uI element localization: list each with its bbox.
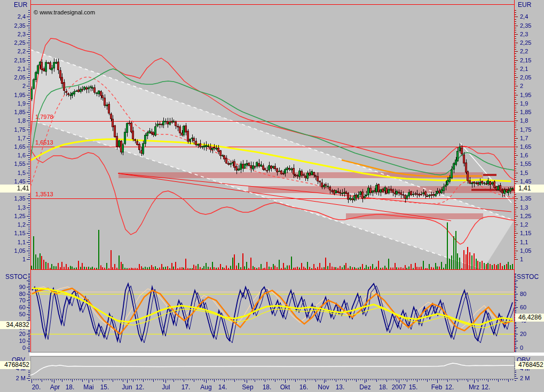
- current-price-badge-right: 1,41: [515, 185, 544, 193]
- price-tick-label: 1,95: [520, 92, 531, 99]
- price-tick-label: 1,8: [0, 117, 26, 124]
- date-label: 2007: [392, 383, 406, 391]
- price-tick-label: 1,55: [520, 161, 531, 167]
- current-price-badge-left: 1,41: [0, 185, 30, 193]
- copyright-text: © www.tradesignal.com: [34, 9, 95, 15]
- price-tick-label: 1,9: [0, 100, 26, 107]
- price-tick-label: 1,1: [0, 239, 26, 246]
- date-label: 15.: [100, 383, 109, 391]
- date-label: Nov: [318, 383, 329, 391]
- sstoc-tick-label: 60: [0, 304, 26, 311]
- date-label: 12.: [136, 383, 145, 391]
- price-tick-label: 1,05: [520, 247, 531, 254]
- date-label: Feb: [431, 383, 443, 391]
- date-label: 17.: [182, 383, 191, 391]
- sstoc-tick-label: 60: [520, 304, 526, 311]
- date-label: Aug: [200, 383, 211, 391]
- price-tick-label: 1,6: [520, 152, 528, 159]
- sstoc-label-right: SSTOC: [517, 273, 539, 281]
- price-tick-label: 1: [520, 256, 523, 263]
- price-tick-label: 2,25: [520, 39, 531, 46]
- price-tick-label: 1,25: [0, 213, 26, 220]
- date-label: Apr: [50, 383, 60, 391]
- level-label-16513: 1,6513: [35, 139, 53, 146]
- date-label: 20.: [32, 383, 41, 391]
- chart-canvas: [0, 0, 544, 392]
- price-tick-label: 2,4: [520, 13, 528, 20]
- price-tick-label: 1,15: [0, 230, 26, 237]
- price-tick-label: 1,2: [520, 221, 528, 228]
- price-tick-label: 1,35: [520, 195, 531, 202]
- sstoc-tick-label: 80: [520, 291, 526, 298]
- sstoc-tick-label: 0: [520, 345, 523, 351]
- price-tick-label: 1,3: [0, 204, 26, 211]
- date-label: 18.: [66, 383, 75, 391]
- price-tick-label: 1,65: [0, 143, 26, 150]
- price-tick-label: 2,15: [520, 57, 531, 64]
- price-tick-label: 2,15: [0, 57, 26, 64]
- date-label: 13.: [336, 383, 345, 391]
- price-tick-label: 1,1: [520, 239, 528, 246]
- sstoc-value-badge-left: 34,4832: [0, 321, 30, 329]
- price-tick-label: 1,15: [520, 230, 531, 237]
- date-label: 12.: [445, 383, 454, 391]
- price-tick-label: 1,6: [0, 152, 26, 159]
- price-tick-label: 1: [0, 256, 26, 263]
- date-label: Mai: [83, 383, 93, 391]
- price-tick-label: 1,65: [520, 143, 531, 150]
- price-tick-label: 2,25: [0, 39, 26, 46]
- date-label: Jul: [162, 383, 170, 391]
- price-tick-label: 2,1: [0, 66, 26, 73]
- level-label-17978: 1,7978: [35, 114, 53, 120]
- date-label: 15.: [409, 383, 418, 391]
- price-tick-label: 1,3: [520, 204, 528, 211]
- price-tick-label: 2,35: [520, 22, 531, 29]
- obv-tick-label: 2 M: [0, 375, 26, 382]
- price-tick-label: 1,9: [520, 100, 528, 107]
- sstoc-tick-label: 20: [0, 331, 26, 338]
- price-tick-label: 2,3: [0, 31, 26, 38]
- date-label: Dez: [359, 383, 370, 391]
- price-tick-label: 1,2: [0, 221, 26, 228]
- currency-label-left: EUR: [14, 1, 27, 9]
- price-tick-label: 1,7: [0, 135, 26, 142]
- price-tick-label: 2,05: [0, 74, 26, 81]
- date-label: Okt: [280, 383, 290, 391]
- price-tick-label: 1,5: [520, 170, 528, 177]
- price-tick-label: 2,2: [520, 48, 528, 55]
- date-label: Mrz: [469, 383, 479, 391]
- price-tick-label: 1,8: [520, 117, 528, 124]
- price-tick-label: 2,1: [520, 66, 528, 73]
- sstoc-tick-label: 20: [520, 331, 526, 338]
- price-tick-label: 1,7: [520, 135, 528, 142]
- price-tick-label: 1,5: [0, 170, 26, 177]
- obv-value-badge-left: 4768452: [0, 361, 30, 369]
- level-label-13513: 1,3513: [35, 191, 53, 197]
- price-tick-label: 1,75: [0, 126, 26, 133]
- date-label: Jun: [122, 383, 132, 391]
- price-tick-label: 1,75: [520, 126, 531, 133]
- price-tick-label: 2,35: [0, 22, 26, 29]
- date-label: Sep: [242, 383, 253, 391]
- tradesignal-chart-window: EUR EUR © www.tradesignal.com 2,42,352,3…: [0, 0, 544, 392]
- date-label: 18.: [263, 383, 272, 391]
- sstoc-label-left: SSTOC: [5, 273, 27, 281]
- price-tick-label: 1,25: [520, 213, 531, 220]
- price-tick-label: 2,05: [520, 74, 531, 81]
- price-tick-label: 2,3: [520, 31, 528, 38]
- sstoc-tick-label: 70: [0, 297, 26, 304]
- sstoc-tick-label: 0: [0, 345, 26, 351]
- sstoc-tick-label: 90: [0, 284, 26, 291]
- currency-label-right: EUR: [518, 1, 531, 9]
- price-tick-label: 2,2: [0, 48, 26, 55]
- price-tick-label: 1,35: [0, 195, 26, 202]
- price-tick-label: 2: [0, 83, 26, 90]
- price-tick-label: 2: [520, 83, 523, 90]
- date-label: 12.: [482, 383, 491, 391]
- sstoc-tick-label: 50: [0, 311, 26, 318]
- date-label: 18.: [379, 383, 388, 391]
- price-tick-label: 1,85: [520, 109, 531, 116]
- price-tick-label: 1,95: [0, 92, 26, 99]
- price-tick-label: 1,55: [0, 161, 26, 167]
- date-label: 16.: [299, 383, 309, 391]
